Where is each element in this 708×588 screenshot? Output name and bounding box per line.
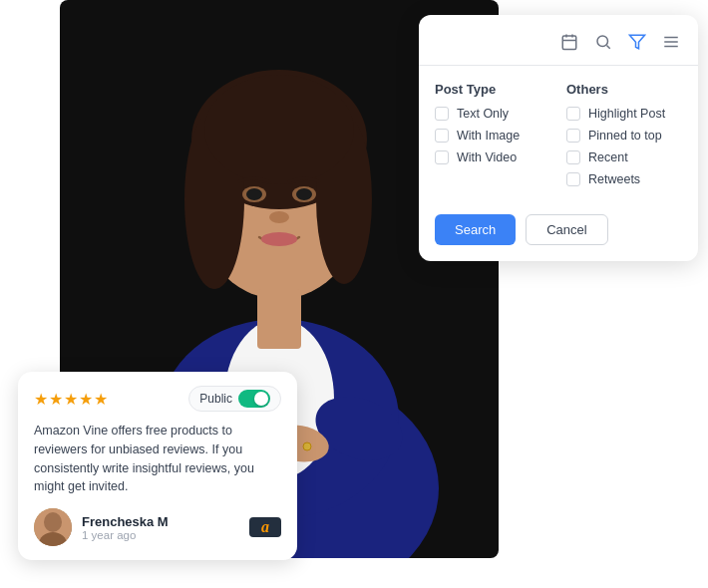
review-header: ★★★★★ Public [34, 386, 281, 412]
reviewer-time: 1 year ago [82, 529, 239, 541]
filter-body: Post Type Text Only With Image With Vide… [419, 66, 698, 202]
filter-toolbar [419, 27, 698, 66]
highlight-post-option[interactable]: Highlight Post [566, 107, 682, 121]
with-image-label: With Image [457, 129, 520, 143]
svg-rect-15 [257, 289, 301, 349]
text-only-checkbox[interactable] [435, 107, 449, 121]
calendar-icon[interactable] [558, 31, 580, 53]
recent-label: Recent [588, 150, 628, 164]
filter-icon[interactable] [626, 31, 648, 53]
with-video-label: With Video [457, 150, 517, 164]
with-image-option[interactable]: With Image [435, 129, 550, 143]
reviewer-name: Frencheska M [82, 514, 239, 529]
with-image-checkbox[interactable] [435, 129, 449, 143]
review-card: ★★★★★ Public Amazon Vine offers free pro… [18, 372, 297, 560]
review-footer: Frencheska M 1 year ago a [34, 508, 281, 546]
svg-point-14 [261, 232, 297, 246]
cancel-button[interactable]: Cancel [526, 214, 607, 245]
highlight-post-label: Highlight Post [588, 107, 665, 121]
search-button[interactable]: Search [435, 214, 516, 245]
list-icon[interactable] [660, 31, 682, 53]
visibility-toggle[interactable] [238, 390, 270, 408]
recent-option[interactable]: Recent [566, 150, 682, 164]
highlight-post-checkbox[interactable] [566, 107, 580, 121]
retweets-checkbox[interactable] [566, 172, 580, 186]
pinned-top-checkbox[interactable] [566, 129, 580, 143]
search-icon[interactable] [592, 31, 614, 53]
recent-checkbox[interactable] [566, 150, 580, 164]
others-column: Others Highlight Post Pinned to top Rece… [566, 82, 682, 194]
public-badge[interactable]: Public [188, 386, 281, 412]
others-title: Others [566, 82, 682, 97]
svg-point-20 [303, 442, 311, 450]
review-text: Amazon Vine offers free products to revi… [34, 422, 281, 496]
svg-point-11 [246, 188, 262, 200]
with-video-checkbox[interactable] [435, 150, 449, 164]
star-rating: ★★★★★ [34, 390, 109, 409]
amazon-icon: a [261, 518, 269, 536]
text-only-option[interactable]: Text Only [435, 107, 550, 121]
reviewer-avatar [34, 508, 72, 546]
post-type-title: Post Type [435, 82, 550, 97]
svg-marker-27 [630, 35, 645, 49]
svg-point-25 [597, 36, 608, 47]
svg-point-12 [296, 188, 312, 200]
retweets-option[interactable]: Retweets [566, 172, 682, 186]
public-label: Public [199, 392, 232, 406]
retweets-label: Retweets [588, 172, 640, 186]
pinned-top-option[interactable]: Pinned to top [566, 129, 682, 143]
post-type-column: Post Type Text Only With Image With Vide… [435, 82, 550, 194]
reviewer-info: Frencheska M 1 year ago [82, 514, 239, 541]
svg-point-8 [204, 75, 354, 184]
pinned-top-label: Pinned to top [588, 129, 662, 143]
with-video-option[interactable]: With Video [435, 150, 550, 164]
filter-panel: Post Type Text Only With Image With Vide… [419, 15, 698, 261]
svg-line-26 [606, 45, 609, 48]
svg-point-13 [269, 211, 289, 223]
amazon-logo: a [249, 517, 281, 537]
svg-point-32 [44, 512, 62, 532]
svg-rect-21 [562, 36, 576, 50]
text-only-label: Text Only [457, 107, 509, 121]
filter-actions: Search Cancel [419, 202, 698, 245]
